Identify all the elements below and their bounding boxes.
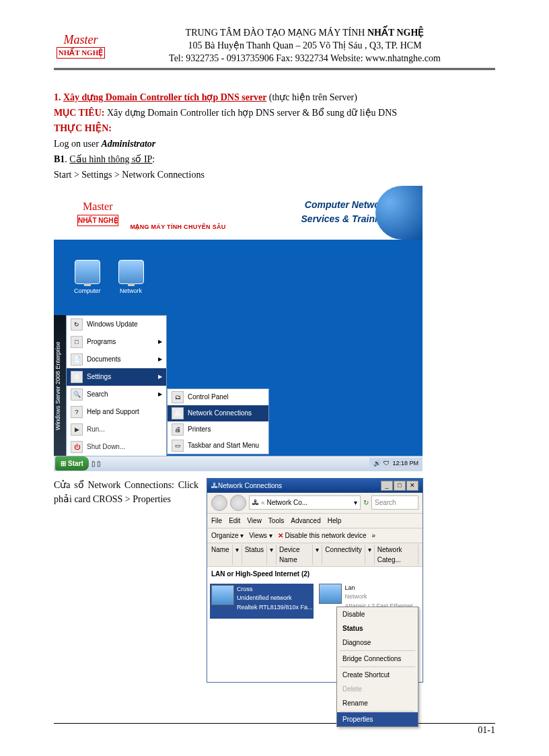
run-icon: ▶ xyxy=(71,423,83,436)
page-header: Master NHẤT NGHỆ TRUNG TÂM ĐÀO TẠO MẠNG … xyxy=(54,27,495,65)
ctx-rename[interactable]: Rename xyxy=(337,696,418,710)
logon-line: Log on user Administrator xyxy=(54,137,495,151)
nic-icon xyxy=(211,585,234,605)
header-line1-pre: TRUNG TÂM ĐÀO TẠO MẠNG MÁY TÍNH xyxy=(186,28,367,38)
minimize-button[interactable]: _ xyxy=(381,481,393,491)
col-device[interactable]: Device Name xyxy=(279,545,313,565)
programs-icon: □ xyxy=(71,336,83,348)
ctx-status[interactable]: Status xyxy=(337,621,418,635)
desktop-icon-computer[interactable]: Computer xyxy=(74,260,101,296)
forward-button[interactable] xyxy=(230,495,246,511)
menu-tools[interactable]: Tools xyxy=(268,516,284,526)
settings-icon: ⚙ xyxy=(71,371,83,383)
organize-button[interactable]: Organize ▾ xyxy=(211,530,244,541)
page-footer: 01-1 xyxy=(54,723,495,736)
logo-name: NHẤT NGHỆ xyxy=(57,47,105,59)
menu-advanced[interactable]: Advanced xyxy=(291,516,320,526)
ctx-diagnose[interactable]: Diagnose xyxy=(337,635,418,650)
windows-flag-icon: ⊞ xyxy=(61,458,66,469)
submenu-taskbar[interactable]: ▭Taskbar and Start Menu xyxy=(168,438,268,454)
quicklaunch-icon-2[interactable]: ▯ xyxy=(97,458,101,469)
start-menu: Windows Server 2008 Enterprise ↻Windows … xyxy=(54,315,269,456)
close-button[interactable]: ✕ xyxy=(406,481,418,491)
section-1-title: 1. Xây dựng Domain Controller tích hợp D… xyxy=(54,90,495,104)
start-button[interactable]: ⊞ Start xyxy=(55,456,89,471)
thuchien-label: THỰC HIỆN: xyxy=(54,121,495,135)
menu-settings[interactable]: ⚙Settings▶ xyxy=(67,368,166,386)
desktop-icon-network[interactable]: Network xyxy=(118,260,144,296)
overflow-button[interactable]: » xyxy=(372,530,376,541)
documents-icon: 📄 xyxy=(71,353,83,366)
shutdown-icon: ⏻ xyxy=(71,441,83,453)
menu-view[interactable]: View xyxy=(247,516,262,526)
disable-device-button[interactable]: ✕ Disable this network device xyxy=(278,530,367,541)
netconn-title-icon: 🖧 xyxy=(211,481,218,491)
desktop-banner: Master NHẤT NGHỆ MẠNG MÁY TÍNH CHUYÊN SÂ… xyxy=(54,186,423,240)
menu-documents[interactable]: 📄Documents▶ xyxy=(67,351,166,368)
search-icon: 🔍 xyxy=(71,388,83,401)
banner-slogan: MẠNG MÁY TÍNH CHUYÊN SÂU xyxy=(131,223,226,232)
taskbar: ⊞ Start ▯ ▯ 🔊 🛡 12:18 PM xyxy=(54,456,423,471)
context-menu: Disable Status Diagnose Bridge Connectio… xyxy=(336,607,418,727)
tray-icon[interactable]: 🔊 xyxy=(373,459,381,469)
col-status[interactable]: Status xyxy=(245,545,267,565)
submenu-control-panel[interactable]: 🗂Control Panel xyxy=(168,389,268,405)
menu-search[interactable]: 🔍Search▶ xyxy=(67,386,166,403)
column-headers: Name▾ Status▾ Device Name▾ Connectivity▾… xyxy=(207,543,423,567)
menu-edit[interactable]: Edit xyxy=(229,516,240,526)
folder-icon: 🖧 xyxy=(252,497,259,508)
submenu-network-connections[interactable]: 🖧Network Connections xyxy=(168,405,268,421)
back-button[interactable] xyxy=(211,495,227,511)
netconn-icon: 🖧 xyxy=(172,407,184,419)
menu-run[interactable]: ▶Run... xyxy=(67,421,166,438)
menu-programs[interactable]: □Programs▶ xyxy=(67,333,166,351)
maximize-button[interactable]: □ xyxy=(394,481,406,491)
menu-help[interactable]: Help xyxy=(328,516,342,526)
quicklaunch-icon[interactable]: ▯ xyxy=(92,458,96,469)
window-titlebar: 🖧 Network Connections _ □ ✕ xyxy=(207,479,423,493)
logon-pre: Log on user xyxy=(54,139,101,149)
instruction-text: Cửa sổ Network Connections: Click phải c… xyxy=(54,478,198,506)
menubar: File Edit View Tools Advanced Help xyxy=(207,514,423,528)
header-text: TRUNG TÂM ĐÀO TẠO MẠNG MÁY TÍNH NHẤT NGH… xyxy=(114,27,495,65)
control-panel-icon: 🗂 xyxy=(172,391,184,403)
ctx-bridge[interactable]: Bridge Connections xyxy=(337,652,418,666)
system-tray: 🔊 🛡 12:18 PM xyxy=(369,458,423,470)
section-1-num: 1. xyxy=(54,92,63,102)
b1-label: B1 xyxy=(54,154,65,164)
page-number: 01-1 xyxy=(54,725,495,736)
ctx-disable[interactable]: Disable xyxy=(337,607,418,621)
ctx-delete: Delete xyxy=(337,682,418,696)
settings-submenu: 🗂Control Panel 🖧Network Connections 🖨Pri… xyxy=(167,388,269,454)
search-box[interactable]: Search xyxy=(371,495,418,510)
muctieu-line: MỤC TIÊU: Xây dựng Domain Controller tíc… xyxy=(54,106,495,120)
update-icon: ↻ xyxy=(71,318,83,331)
col-category[interactable]: Network Categ... xyxy=(377,545,418,565)
menu-shutdown[interactable]: ⏻Shut Down... xyxy=(67,438,166,456)
section-1-tail: (thực hiện trên Server) xyxy=(269,92,357,102)
screenshot-network-connections: 🖧 Network Connections _ □ ✕ 🖧 « Network … xyxy=(207,478,423,683)
header-line1-bold: NHẤT NGHỆ xyxy=(367,28,424,38)
address-bar[interactable]: 🖧 « Network Co... ▾ xyxy=(249,495,361,510)
views-button[interactable]: Views ▾ xyxy=(249,530,272,541)
logo: Master NHẤT NGHỆ xyxy=(54,33,108,59)
tray-icon-2[interactable]: 🛡 xyxy=(383,459,390,469)
menu-file[interactable]: File xyxy=(211,516,222,526)
col-connectivity[interactable]: Connectivity xyxy=(325,545,365,565)
network-icon xyxy=(118,260,144,284)
globe-icon xyxy=(375,186,423,240)
nav-toolbar: 🖧 « Network Co... ▾ ↻ Search xyxy=(207,493,423,514)
start-menu-main: ↻Windows Update □Programs▶ 📄Documents▶ ⚙… xyxy=(66,315,167,456)
banner-logo: Master NHẤT NGHỆ xyxy=(77,199,118,226)
menu-windows-update[interactable]: ↻Windows Update xyxy=(67,316,166,333)
col-name[interactable]: Name xyxy=(211,545,233,565)
ctx-shortcut[interactable]: Create Shortcut xyxy=(337,668,418,682)
b1-path: Start > Settings > Network Connections xyxy=(54,168,495,182)
submenu-printers[interactable]: 🖨Printers xyxy=(168,421,268,438)
refresh-icon[interactable]: ↻ xyxy=(363,497,369,508)
connection-cross[interactable]: Cross Unidentified network Realtek RTL81… xyxy=(210,584,314,619)
window-title: Network Connections xyxy=(218,481,282,491)
muctieu-text: Xây dựng Domain Controller tích hợp DNS … xyxy=(107,108,397,118)
menu-help[interactable]: ?Help and Support xyxy=(67,403,166,421)
ctx-properties[interactable]: Properties xyxy=(337,712,418,726)
